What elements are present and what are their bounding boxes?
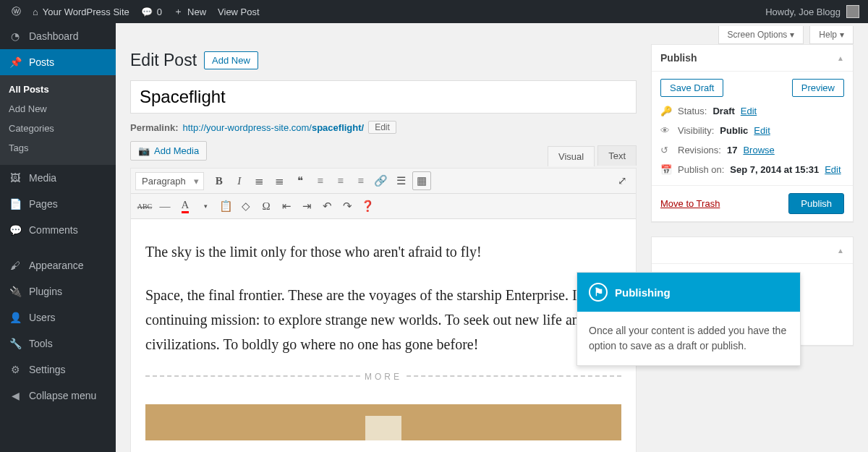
content-p2: Space, the final frontier. These are the… <box>145 283 621 357</box>
menu-comments[interactable]: 💬Comments <box>0 217 116 243</box>
brush-icon: 🖌 <box>9 260 22 271</box>
clear-format-button[interactable]: ◇ <box>237 197 255 216</box>
camera-icon: 📷 <box>138 145 150 156</box>
chevron-up-icon[interactable]: ▲ <box>837 247 844 255</box>
page-heading: Edit Post Add New <box>130 44 637 80</box>
editor-toolbar-2: ABC — A ▾ 📋 ◇ Ω ⇤ ⇥ ↶ ↷ ❓ <box>131 194 636 219</box>
screen-options-button[interactable]: Screen Options▾ <box>718 26 804 44</box>
textcolor-button[interactable]: A <box>176 197 195 216</box>
add-new-button[interactable]: Add New <box>204 51 258 69</box>
editor-toolbar-1: Paragraph B I ≣ ≣ ❝ ≡ ≡ ≡ 🔗 ☰ ▦ ⤢ <box>131 169 636 194</box>
content-body: Screen Options▾ Help▾ Edit Post Add New … <box>116 23 868 452</box>
editor: Visual Text Paragraph B I ≣ ≣ ❝ ≡ ≡ ≡ 🔗 … <box>130 168 637 452</box>
comment-icon: 💬 <box>141 7 153 17</box>
format-select[interactable]: Paragraph <box>135 172 204 190</box>
fullscreen-button[interactable]: ⤢ <box>613 171 631 190</box>
permalink-link[interactable]: http://your-wordpress-site.com/spaceflig… <box>182 122 364 133</box>
pin-icon: 📌 <box>9 56 22 68</box>
plug-icon: 🔌 <box>9 286 22 297</box>
redo-button[interactable]: ↷ <box>338 197 357 216</box>
tab-visual[interactable]: Visual <box>548 146 595 166</box>
indent-button[interactable]: ⇥ <box>297 197 316 216</box>
more-tag: MORE <box>145 375 621 391</box>
ol-button[interactable]: ≣ <box>271 171 289 190</box>
paste-button[interactable]: 📋 <box>216 197 235 216</box>
toolbar-toggle-button[interactable]: ▦ <box>412 171 431 190</box>
post-title-input[interactable] <box>130 80 637 114</box>
menu-users[interactable]: 👤Users <box>0 304 116 331</box>
save-draft-button[interactable]: Save Draft <box>660 79 723 97</box>
more-button[interactable]: ☰ <box>392 171 411 190</box>
comments-link[interactable]: 💬0 <box>135 0 168 23</box>
edit-visibility-link[interactable]: Edit <box>754 125 770 136</box>
add-media-button[interactable]: 📷Add Media <box>130 141 207 161</box>
site-name-link[interactable]: ⌂Your WordPress Site <box>27 0 135 23</box>
wp-logo[interactable]: ⓦ <box>6 0 27 23</box>
tooltip-title: ⚑Publishing <box>577 273 800 312</box>
tab-text[interactable]: Text <box>597 145 637 166</box>
sliders-icon: ⚙ <box>9 364 22 375</box>
howdy-text[interactable]: Howdy, Joe Blogg <box>765 7 841 17</box>
menu-settings[interactable]: ⚙Settings <box>0 357 116 383</box>
italic-button[interactable]: I <box>230 171 249 190</box>
flag-icon: ⚑ <box>589 283 608 302</box>
wrench-icon: 🔧 <box>9 338 22 349</box>
hr-button[interactable]: — <box>156 197 174 216</box>
pages-icon: 📄 <box>9 198 22 210</box>
ul-button[interactable]: ≣ <box>250 171 269 190</box>
permalink-label: Permalink: <box>130 122 178 133</box>
help-icon-button[interactable]: ❓ <box>358 197 377 216</box>
strikethrough-button[interactable]: ABC <box>135 197 154 216</box>
submenu-add-new[interactable]: Add New <box>0 99 116 119</box>
site-name: Your WordPress Site <box>43 7 129 17</box>
eye-icon: 👁 <box>660 125 672 136</box>
align-left-button[interactable]: ≡ <box>311 171 330 190</box>
submenu-all-posts[interactable]: All Posts <box>0 80 116 99</box>
view-post-link[interactable]: View Post <box>212 0 265 23</box>
help-button[interactable]: Help▾ <box>809 26 854 44</box>
edit-permalink-button[interactable]: Edit <box>368 121 396 134</box>
link-button[interactable]: 🔗 <box>372 171 391 190</box>
chevron-down-icon: ▾ <box>790 30 794 40</box>
content-image[interactable] <box>145 404 621 440</box>
special-char-button[interactable]: Ω <box>257 197 276 216</box>
new-content-link[interactable]: ＋New <box>168 0 212 23</box>
tooltip-arrow <box>742 265 757 280</box>
textcolor-picker[interactable]: ▾ <box>196 197 215 216</box>
menu-posts[interactable]: 📌Posts <box>0 49 116 75</box>
user-icon: 👤 <box>9 312 22 323</box>
edit-schedule-link[interactable]: Edit <box>825 164 841 175</box>
chevron-down-icon: ▾ <box>840 30 844 40</box>
chevron-up-icon[interactable]: ▲ <box>837 54 844 62</box>
avatar[interactable] <box>846 5 859 18</box>
outdent-button[interactable]: ⇤ <box>277 197 296 216</box>
publish-box-title[interactable]: Publish▲ <box>652 45 853 72</box>
collapse-menu[interactable]: ◀Collapse menu <box>0 383 116 409</box>
tooltip-body: Once all your content is added you have … <box>577 312 800 365</box>
menu-pages[interactable]: 📄Pages <box>0 191 116 217</box>
editor-content[interactable]: The sky is the limit only for those who … <box>131 219 636 452</box>
dashboard-icon: ◔ <box>9 30 22 42</box>
menu-dashboard[interactable]: ◔Dashboard <box>0 23 116 49</box>
posts-submenu: All Posts Add New Categories Tags <box>0 75 116 165</box>
submenu-categories[interactable]: Categories <box>0 119 116 138</box>
browse-revisions-link[interactable]: Browse <box>743 145 774 155</box>
quote-button[interactable]: ❝ <box>291 171 310 190</box>
comments-count: 0 <box>157 7 162 17</box>
menu-media[interactable]: 🖼Media <box>0 165 116 191</box>
edit-status-link[interactable]: Edit <box>741 106 757 116</box>
align-right-button[interactable]: ≡ <box>352 171 370 190</box>
menu-plugins[interactable]: 🔌Plugins <box>0 278 116 304</box>
menu-appearance[interactable]: 🖌Appearance <box>0 252 116 278</box>
align-center-button[interactable]: ≡ <box>331 171 350 190</box>
submenu-tags[interactable]: Tags <box>0 138 116 158</box>
comments-icon: 💬 <box>9 224 22 236</box>
bold-button[interactable]: B <box>210 171 229 190</box>
publish-button[interactable]: Publish <box>788 193 844 214</box>
format-box-title[interactable]: ▲ <box>652 237 853 264</box>
permalink-row: Permalink: http://your-wordpress-site.co… <box>130 114 637 141</box>
menu-tools[interactable]: 🔧Tools <box>0 331 116 357</box>
move-to-trash-link[interactable]: Move to Trash <box>660 198 720 209</box>
preview-button[interactable]: Preview <box>792 79 844 97</box>
undo-button[interactable]: ↶ <box>318 197 336 216</box>
